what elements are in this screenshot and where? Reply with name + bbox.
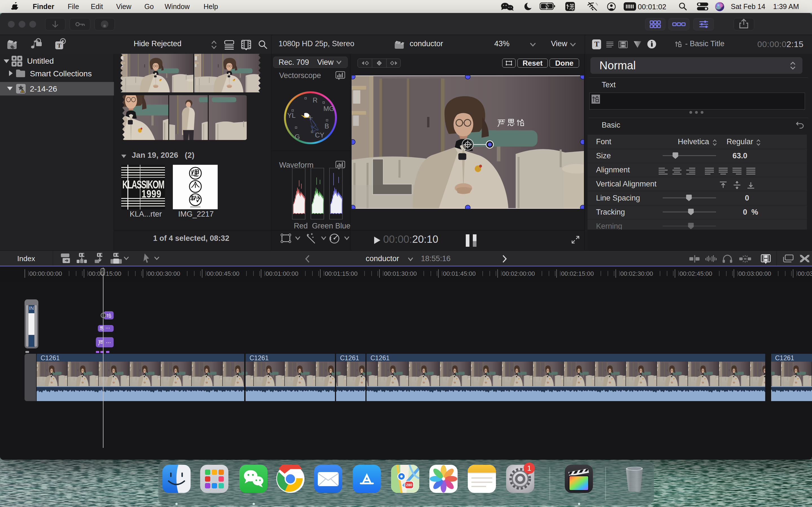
svg-text:MG: MG <box>323 105 335 112</box>
svg-text:C1261: C1261 <box>370 354 390 362</box>
svg-text:G: G <box>295 133 300 140</box>
svg-text:C1261: C1261 <box>41 354 60 362</box>
svg-text:T: T <box>57 42 61 49</box>
svg-text:C1261: C1261 <box>340 354 359 362</box>
svg-text:C1261: C1261 <box>775 354 794 362</box>
svg-text:YL: YL <box>287 112 296 119</box>
svg-text:R: R <box>313 96 317 104</box>
svg-text:B: B <box>324 122 329 130</box>
svg-text:C1261: C1261 <box>250 354 269 362</box>
svg-text:280: 280 <box>406 483 412 487</box>
